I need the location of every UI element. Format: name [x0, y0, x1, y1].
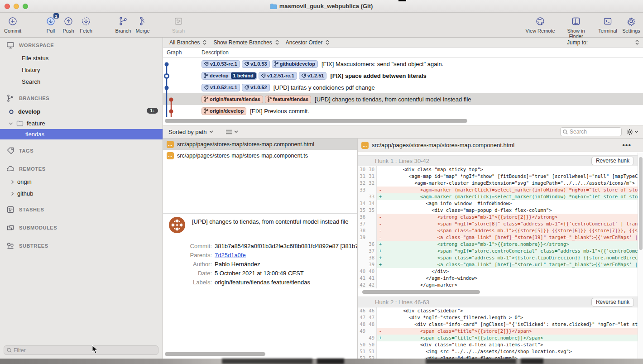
diff-settings-dropdown[interactable] — [626, 129, 638, 135]
gear-icon — [626, 129, 633, 135]
parent-commit-link[interactable]: 7d25d1a0fe — [215, 252, 246, 259]
diff-horizontal-scrollbar-thumb[interactable] — [362, 290, 480, 294]
history-scrollbar-thumb[interactable] — [165, 119, 467, 123]
author-avatar — [168, 216, 186, 235]
submodules-icon — [6, 224, 14, 232]
file-panel-scrollbar-thumb[interactable] — [165, 352, 265, 356]
commit-row[interactable]: origin/feature/tiendasfeature/tiendas[UP… — [163, 93, 643, 105]
view-options-dropdown[interactable] — [226, 129, 238, 134]
commit-row[interactable]: develop1 behindv1.2.51-rc.1v1.2.51[FIX] … — [163, 70, 643, 81]
title-bar: masmovil_guuk_webpublica (Git) — [0, 0, 643, 13]
sidebar-item-file-status[interactable]: File status — [0, 53, 163, 63]
commit-row[interactable]: v1.0.52-rc.1v1.0.52[UPD] tarifas y condi… — [163, 81, 643, 93]
file-list-item[interactable]: …src/app/pages/stores-map/stores-map.com… — [163, 150, 357, 161]
tag-icon — [301, 73, 306, 78]
diff-line: 38+ <span class="address mb-1">{{store.t… — [358, 254, 638, 261]
column-description: Description — [202, 49, 229, 56]
sidebar-remote-github[interactable]: github — [0, 188, 163, 199]
diff-line: 4141 </agm-info-window> — [358, 275, 638, 282]
tag-badge: v1.0.53-rc.1 — [202, 60, 240, 68]
modified-file-icon: … — [361, 142, 369, 149]
toolbar-label: View Remote — [524, 28, 556, 34]
filter-ancestor-order[interactable]: Ancestor Order — [286, 39, 330, 46]
hunk-title: Hunk 1 : Lines 30-42 — [375, 158, 429, 164]
sidebar-branch-develop[interactable]: develop1↓ — [0, 106, 163, 117]
toolbar-label: Merge — [127, 28, 158, 34]
sidebar-item-search[interactable]: Search — [0, 77, 163, 87]
diff-line: 4646 <div class="sidebar"> — [358, 307, 638, 314]
branch-badge: origin/develop — [202, 107, 246, 115]
chevron-down-icon — [209, 130, 213, 133]
branch-badge: feature/tiendas — [265, 96, 311, 103]
diff-panel: … src/app/pages/stores-map/stores-map.co… — [358, 139, 643, 359]
branch-badge: develop1 behind — [202, 72, 257, 80]
file-list-toolbar: Sorted by path Search — [163, 125, 643, 139]
chevron-updown-icon — [325, 39, 330, 45]
search-icon — [563, 129, 568, 134]
sidebar-item-history[interactable]: History — [0, 65, 163, 75]
more-options-button[interactable]: ••• — [622, 141, 631, 149]
diff-scrollbar-thumb[interactable] — [639, 157, 643, 250]
reverse-hunk-button[interactable]: Reverse hunk — [591, 157, 634, 165]
show-in-finder-button[interactable]: Show in Finder — [560, 15, 592, 39]
section-subtrees: SUBTREES — [0, 240, 163, 251]
diff-line: 5252 <div class="d-flex flex-column"> — [358, 355, 638, 359]
section-tags: TAGS — [0, 145, 163, 156]
filter-show-remote-branches[interactable]: Show Remote Branches — [213, 39, 279, 46]
detail-field-date: Date:5 October 2021 at 13:00:49 CEST — [163, 270, 357, 279]
folder-icon — [270, 4, 277, 10]
sort-label: Sorted by path — [168, 129, 207, 135]
filter-all-branches[interactable]: All Branches — [169, 39, 207, 46]
settings-button[interactable]: Settings — [615, 15, 643, 34]
history-filter-bar: All BranchesShow Remote BranchesAncestor… — [163, 38, 643, 48]
file-list-item[interactable]: …src/app/pages/stores-map/stores-map.com… — [163, 139, 357, 150]
branch-icon — [204, 108, 208, 114]
diff-vertical-scrollbar — [638, 153, 643, 359]
stash-button: Stash — [163, 15, 194, 34]
search-input[interactable]: Search — [560, 127, 622, 136]
screen-artifact — [398, 0, 406, 1]
modified-file-icon: … — [167, 141, 174, 148]
behind-count-badge: 1↓ — [147, 108, 158, 114]
sidebar-branch-tiendas[interactable]: tiendas — [0, 129, 163, 139]
toolbar-label: Fetch — [70, 28, 102, 34]
diff-line: 4747 <div *ngIf="stores_filtered.length … — [358, 314, 638, 321]
tag-icon — [261, 73, 266, 78]
commit-row[interactable]: origin/develop[FIX] Previous commit. — [163, 105, 643, 117]
diff-line: 33- <agm-marker (markerClick)=select_mar… — [358, 187, 638, 193]
detail-field-labels: Labels:origin/feature/tiendas feature/ti… — [163, 279, 357, 288]
diff-line: 3535 <div class="map-popup d-flex flex-c… — [358, 207, 638, 214]
diff-line: 3232 <agm-marker-cluster imageExtension=… — [358, 180, 638, 187]
branch-icon — [274, 61, 278, 67]
diff-line: 3131 <agm-map id="map" *ngIf="show" [fit… — [358, 173, 638, 180]
sort-dropdown[interactable]: Sorted by path — [168, 129, 213, 135]
detail-field-parents: Parents:7d25d1a0fe — [163, 252, 357, 261]
view-remote-button[interactable]: View Remote — [524, 15, 556, 34]
list-view-icon — [226, 129, 232, 134]
commit-message: [FIX] Previous commit. — [250, 108, 309, 115]
merge-button[interactable]: Merge — [127, 15, 158, 34]
tag-badge: v1.2.51-rc.1 — [259, 72, 297, 80]
sidebar-remote-origin[interactable]: origin — [0, 177, 163, 187]
diff-line: 5050 <div class="line d-flex align-items… — [358, 341, 638, 348]
reverse-hunk-button[interactable]: Reverse hunk — [591, 298, 634, 307]
toolbar-label: Commit — [0, 28, 29, 34]
commit-message: [UPD] changes to tiendas, from contentfu… — [192, 218, 353, 225]
commit-button[interactable]: Commit — [0, 15, 29, 34]
branch-badge: origin/feature/tiendas — [202, 96, 263, 103]
commit-message: [UPD] tarifas y condiciones pdf change — [274, 84, 375, 91]
detail-field-commit: Commit:381b7a85492a0f01b3d2fe3c6f8b081fd… — [163, 243, 357, 252]
subtrees-icon — [6, 242, 14, 250]
diff-line: 3434 <agm-info-window #infoWindow> — [358, 200, 638, 207]
column-graph: Graph — [167, 49, 182, 56]
commit-row[interactable]: v1.0.53-rc.1v1.0.53github/develop[FIX] M… — [163, 58, 643, 70]
diff-line: 3030 <div class="map sticky-top"> — [358, 166, 638, 173]
branch-filter-input[interactable]: Filter — [4, 345, 158, 355]
toolbar-label: Settings — [615, 28, 643, 34]
fetch-button[interactable]: Fetch — [70, 15, 102, 34]
diff-hunk: Hunk 2 : Lines 46-63Reverse hunk4646 <di… — [358, 297, 638, 359]
sidebar-branch-folder-feature[interactable]: feature — [0, 118, 163, 129]
chevron-updown-icon — [202, 39, 207, 45]
sidebar: WORKSPACEFile statusHistorySearchBRANCHE… — [0, 38, 163, 359]
jump-to-control[interactable]: Jump to: — [567, 39, 639, 46]
